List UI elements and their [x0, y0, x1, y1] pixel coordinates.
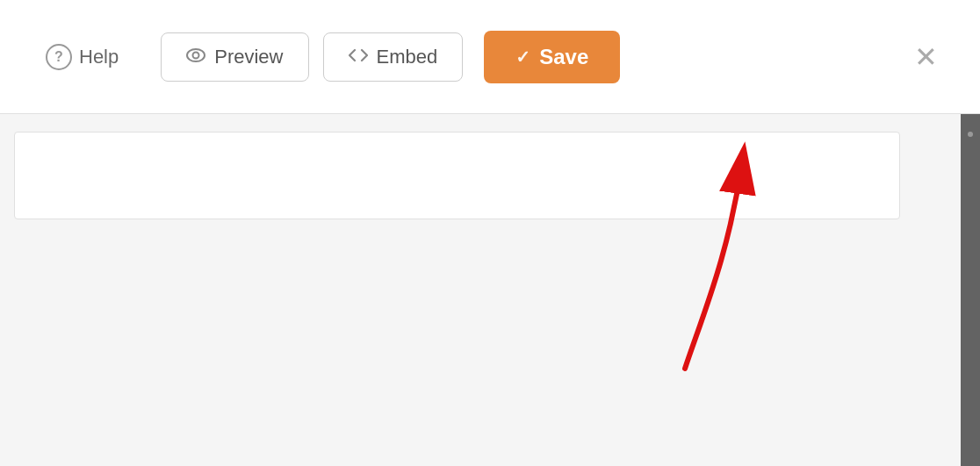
editor-inner: [0, 114, 961, 466]
main-content: [0, 114, 980, 466]
help-label: Help: [79, 46, 119, 68]
close-icon: ✕: [914, 41, 938, 73]
sidebar-dot: [968, 132, 973, 137]
right-sidebar: [961, 114, 980, 466]
svg-point-1: [193, 53, 199, 59]
preview-button[interactable]: Preview: [161, 32, 308, 82]
preview-icon: [186, 47, 205, 67]
close-button[interactable]: ✕: [907, 36, 945, 78]
help-icon: ?: [46, 44, 72, 70]
embed-label: Embed: [377, 46, 438, 68]
help-button[interactable]: ? Help: [35, 37, 129, 77]
embed-icon: [349, 47, 368, 67]
save-icon: ✓: [515, 47, 530, 68]
content-block-1: [14, 132, 900, 219]
save-button[interactable]: ✓ Save: [484, 31, 620, 83]
editor-area: [0, 114, 961, 466]
embed-button[interactable]: Embed: [323, 32, 464, 82]
preview-label: Preview: [214, 46, 283, 68]
toolbar: ? Help Preview Embed ✓ Save ✕: [0, 0, 980, 114]
svg-point-0: [187, 49, 205, 61]
save-label: Save: [539, 45, 588, 69]
